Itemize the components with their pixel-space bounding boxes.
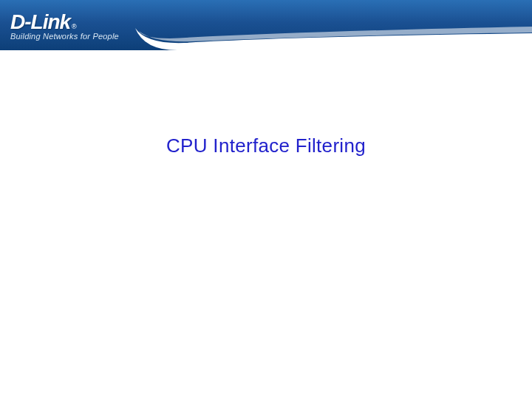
slide-title: CPU Interface Filtering [166, 134, 366, 157]
slide-content: CPU Interface Filtering [0, 50, 532, 399]
registered-mark: ® [72, 23, 77, 30]
brand-logo-top: D-Link ® [10, 10, 119, 34]
brand-tagline: Building Networks for People [10, 32, 119, 41]
header-curve-decoration [133, 0, 532, 50]
brand-logo: D-Link ® Building Networks for People [10, 10, 119, 41]
brand-name: D-Link [10, 10, 70, 34]
header-bar: D-Link ® Building Networks for People [0, 0, 532, 50]
